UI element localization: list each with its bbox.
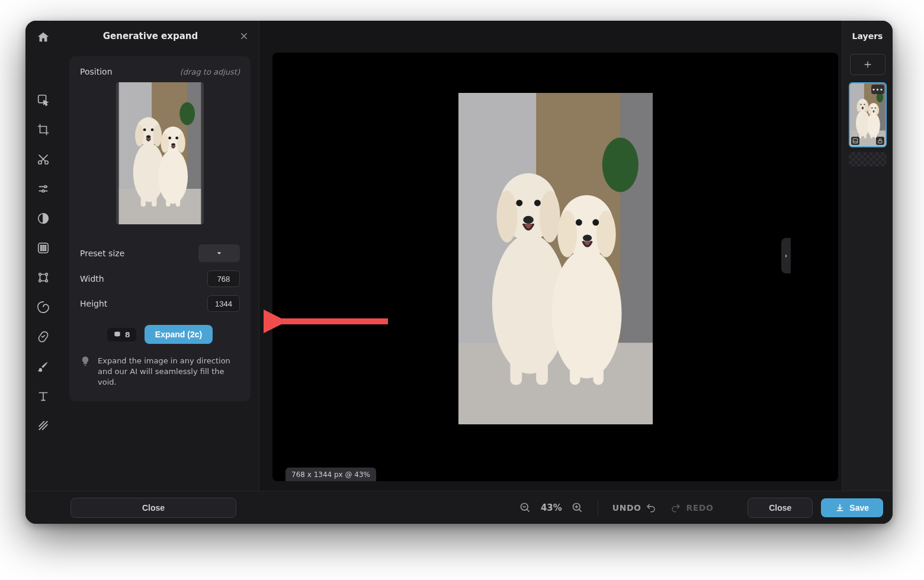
svg-point-38 <box>45 250 46 251</box>
heal-icon[interactable] <box>36 330 50 344</box>
svg-point-31 <box>43 245 44 246</box>
save-button[interactable]: Save <box>821 498 883 517</box>
svg-point-40 <box>46 273 48 276</box>
position-preview[interactable] <box>116 82 204 224</box>
app-window: Generative expand Position (drag to adju… <box>25 21 893 524</box>
contrast-icon[interactable] <box>36 211 50 225</box>
expand-button[interactable]: Expand (2c) <box>145 325 213 344</box>
position-label: Position <box>80 67 113 76</box>
close-editor-button[interactable]: Close <box>747 498 813 518</box>
lightbulb-icon <box>80 356 92 388</box>
credits-badge: 8 <box>107 328 136 341</box>
cut-icon[interactable] <box>36 152 50 166</box>
grid-icon[interactable] <box>36 241 50 255</box>
tip-text: Expand the image in any direction and ou… <box>98 356 240 388</box>
svg-point-37 <box>43 250 44 251</box>
svg-point-27 <box>42 190 44 192</box>
canvas-dimensions-badge: 768 x 1344 px @ 43% <box>285 468 376 481</box>
svg-point-24 <box>38 161 42 165</box>
panel-header: Generative expand <box>61 21 259 51</box>
zoom-percent: 43% <box>541 502 562 513</box>
pointer-icon[interactable] <box>36 93 50 107</box>
height-label: Height <box>80 299 107 308</box>
footer-bar: Close 43% UNDO REDO Close Sav <box>25 491 893 524</box>
width-label: Width <box>80 274 104 283</box>
brush-icon[interactable] <box>36 359 50 373</box>
home-icon[interactable] <box>36 30 50 44</box>
main-content-row: Generative expand Position (drag to adju… <box>25 21 893 491</box>
svg-point-39 <box>39 273 41 276</box>
width-input[interactable] <box>207 270 240 287</box>
spiral-icon[interactable] <box>36 300 50 314</box>
svg-point-36 <box>40 250 41 251</box>
layer-lock-icon[interactable] <box>876 137 884 145</box>
svg-point-26 <box>44 186 47 188</box>
svg-point-30 <box>40 245 41 246</box>
layers-panel: Layers ••• <box>842 21 893 491</box>
height-input[interactable] <box>207 295 240 312</box>
side-panel: Generative expand Position (drag to adju… <box>61 21 259 491</box>
crop-icon[interactable] <box>36 123 50 137</box>
add-layer-button[interactable] <box>850 54 886 75</box>
preset-size-label: Preset size <box>80 249 124 258</box>
undo-button[interactable]: UNDO <box>612 502 657 513</box>
svg-point-33 <box>40 247 41 249</box>
layers-title: Layers <box>852 31 883 41</box>
panel-body: Position (drag to adjust) Preset size Wi… <box>69 56 251 401</box>
nodes-icon[interactable] <box>36 270 50 285</box>
svg-rect-45 <box>853 138 858 143</box>
layer-image-icon <box>851 137 859 145</box>
collapse-layers-icon[interactable] <box>781 238 791 273</box>
credits-count: 8 <box>125 330 130 339</box>
svg-point-32 <box>45 245 46 246</box>
canvas-image[interactable] <box>458 93 653 424</box>
zoom-out-icon[interactable] <box>519 502 531 514</box>
svg-point-34 <box>43 247 44 249</box>
adjust-icon[interactable] <box>36 182 50 196</box>
redo-button[interactable]: REDO <box>670 502 713 513</box>
zoom-in-icon[interactable] <box>572 502 583 514</box>
hatch-icon[interactable] <box>36 418 50 433</box>
panel-title: Generative expand <box>72 31 238 41</box>
tool-rail <box>25 21 61 491</box>
svg-point-42 <box>46 280 48 282</box>
canvas-area: 768 x 1344 px @ 43% <box>259 21 842 491</box>
close-panel-icon[interactable] <box>238 30 251 43</box>
layer-options-icon[interactable]: ••• <box>871 85 884 94</box>
svg-rect-46 <box>878 141 882 143</box>
text-icon[interactable] <box>36 389 50 403</box>
position-hint: (drag to adjust) <box>180 67 240 76</box>
canvas-viewport[interactable]: 768 x 1344 px @ 43% <box>272 53 838 481</box>
svg-point-25 <box>45 161 49 165</box>
layer-thumbnail-active[interactable]: ••• <box>849 82 887 147</box>
svg-point-41 <box>39 280 41 282</box>
svg-point-35 <box>45 247 46 249</box>
close-panel-button[interactable]: Close <box>70 498 236 518</box>
layer-thumbnail-empty[interactable] <box>849 152 887 166</box>
preset-size-dropdown[interactable] <box>198 244 240 262</box>
